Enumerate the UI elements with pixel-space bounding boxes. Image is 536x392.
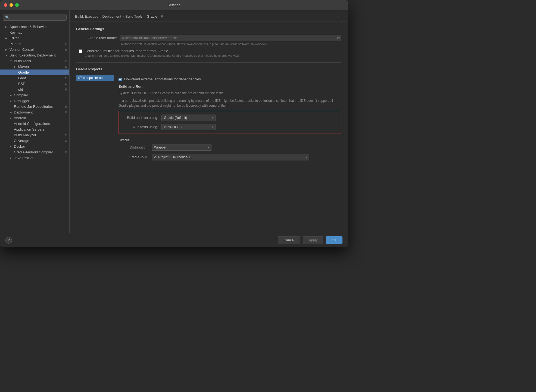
distribution-select[interactable]: Wrapper Local installation [152, 144, 211, 151]
settings-icon: ⊞ [65, 42, 67, 45]
breadcrumb-part-3[interactable]: Gradle [147, 14, 157, 18]
gradle-jvm-select[interactable]: 🗂 Project SDK liberica-11 [152, 154, 309, 160]
sidebar-item-build-tools[interactable]: ▼ Build Tools ⊞ [0, 58, 69, 64]
sidebar-item-label: Android [14, 116, 67, 120]
settings-icon: ⊞ [65, 71, 67, 74]
sidebar-item-label: Build, Execution, Deployment [10, 53, 67, 57]
maximize-button[interactable] [15, 3, 19, 7]
cancel-button[interactable]: Cancel [278, 236, 300, 244]
breadcrumb-sep-1: › [123, 15, 124, 18]
sidebar-item-gant[interactable]: Gant ⊞ [0, 75, 69, 81]
gradle-projects-title: Gradle Projects [76, 67, 341, 71]
window-controls [4, 3, 19, 7]
settings-icon: ⊞ [65, 48, 67, 51]
build-and-run-title: Build and Run [119, 84, 341, 88]
minimize-button[interactable] [10, 3, 13, 7]
breadcrumb: Build, Execution, Deployment › Build Too… [70, 10, 348, 21]
sidebar-item-app-servers[interactable]: Application Servers [0, 127, 69, 132]
sidebar-item-coverage[interactable]: Coverage ⊞ [0, 138, 69, 144]
search-input[interactable] [3, 14, 67, 21]
sidebar-item-maven[interactable]: ▶ Maven ⊞ [0, 64, 69, 69]
folder-button[interactable]: 🗂 [337, 36, 340, 40]
settings-icon: ⊞ [65, 105, 67, 108]
settings-icon: ⊞ [65, 134, 67, 137]
settings-icon: ⊞ [65, 151, 67, 154]
sidebar-item-gradle[interactable]: Gradle ⊞ [0, 69, 69, 75]
sidebar: ▶ Appearance & Behavior Keymap ▶ Editor … [0, 10, 70, 233]
sidebar-item-label: Plugins [10, 42, 64, 46]
sidebar-item-plugins[interactable]: Plugins ⊞ [0, 41, 69, 47]
sidebar-item-keymap[interactable]: Keymap [0, 30, 69, 35]
build-and-run-desc1: By default IntelliJ IDEA uses Gradle to … [119, 91, 341, 96]
nav-back-icon[interactable]: ‹ [338, 14, 340, 18]
sidebar-item-label: Appearance & Behavior [10, 25, 67, 29]
build-using-select[interactable]: Gradle (Default) IntelliJ IDEA [161, 115, 216, 121]
sidebar-item-label: Build Analyzer [14, 133, 64, 137]
grid-icon: ⊞ [161, 15, 163, 18]
sidebar-item-label: Java Profiler [14, 156, 67, 160]
main-layout: ▶ Appearance & Behavior Keymap ▶ Editor … [0, 10, 348, 233]
run-tests-select[interactable]: IntelliJ IDEA Gradle [161, 124, 216, 130]
footer: ? Cancel Apply OK [0, 233, 348, 247]
download-annotations-checkbox[interactable] [119, 78, 122, 81]
arrow-icon: ▶ [10, 100, 13, 102]
breadcrumb-part-2[interactable]: Build Tools [125, 14, 142, 18]
gradle-jvm-label: Gradle JVM: [119, 155, 148, 159]
sidebar-item-android[interactable]: ▶ Android [0, 115, 69, 121]
run-tests-label: Run tests using: [123, 125, 158, 129]
sidebar-item-deployment[interactable]: ▶ Deployment ⊞ [0, 109, 69, 115]
gradle-user-home-wrap: 🗂 Override the default location where Gr… [120, 35, 341, 46]
sidebar-item-sbt[interactable]: sbt ⊞ [0, 87, 69, 92]
build-using-select-wrap: Gradle (Default) IntelliJ IDEA [161, 115, 216, 121]
sidebar-item-remote-jar[interactable]: Remote Jar Repositories ⊞ [0, 104, 69, 109]
generate-iml-checkbox[interactable] [79, 49, 82, 53]
ok-button[interactable]: OK [326, 236, 342, 244]
settings-icon: ⊞ [65, 111, 67, 114]
sidebar-item-android-configs[interactable]: Android Configurations [0, 121, 69, 127]
generate-iml-label: Generate *.iml files for modules importe… [85, 49, 239, 53]
gradle-jvm-select-wrap: 🗂 Project SDK liberica-11 [152, 154, 309, 160]
divider-1 [76, 62, 341, 63]
arrow-icon: ▶ [10, 145, 13, 148]
content-area: Build, Execution, Deployment › Build Too… [70, 10, 348, 233]
help-button[interactable]: ? [5, 237, 12, 244]
sidebar-item-label: Docker [14, 144, 67, 148]
sidebar-item-debugger[interactable]: ▶ Debugger [0, 98, 69, 104]
sidebar-item-appearance[interactable]: ▶ Appearance & Behavior [0, 24, 69, 30]
sidebar-item-label: Deployment [14, 110, 64, 114]
sidebar-item-label: Debugger [14, 99, 67, 103]
sidebar-item-build-analyzer[interactable]: Build Analyzer ⊞ [0, 132, 69, 138]
sidebar-item-version-control[interactable]: ▶ Version Control ⊞ [0, 47, 69, 52]
project-list-item[interactable]: 07-composite-ob [76, 75, 114, 81]
gradle-user-home-input[interactable] [120, 35, 341, 41]
gradle-projects-area: 07-composite-ob Download external annota… [76, 75, 341, 164]
distribution-label: Distribution: [119, 145, 148, 149]
sidebar-item-gradle-android[interactable]: Gradle-Android Compiler ⊞ [0, 149, 69, 155]
sidebar-item-label: sbt [18, 87, 64, 91]
nav-forward-icon[interactable]: › [341, 14, 342, 18]
sidebar-item-label: Gant [18, 76, 64, 80]
sidebar-item-label: Keymap [10, 30, 67, 34]
arrow-icon: ▶ [10, 94, 13, 97]
sidebar-item-label: Build Tools [14, 59, 64, 63]
general-settings-title: General Settings [76, 27, 341, 31]
sidebar-item-java-profiler[interactable]: ▶ Java Profiler [0, 155, 69, 161]
project-list: 07-composite-ob [76, 75, 114, 164]
breadcrumb-part-1[interactable]: Build, Execution, Deployment [75, 14, 121, 18]
arrow-icon: ▶ [10, 117, 13, 119]
sidebar-item-label: Editor [10, 36, 67, 40]
sidebar-item-label: Version Control [10, 48, 64, 52]
sidebar-item-compiler[interactable]: ▶ Compiler [0, 92, 69, 98]
sidebar-item-bsp[interactable]: BSP ⊞ [0, 81, 69, 87]
apply-button[interactable]: Apply [303, 236, 323, 244]
build-using-label: Build and run using: [123, 116, 158, 120]
settings-icon: ⊞ [65, 65, 67, 68]
gradle-user-home-row: Gradle user home: 🗂 Override the default… [76, 35, 341, 46]
breadcrumb-nav: ‹ › [338, 14, 342, 18]
sidebar-item-docker[interactable]: ▶ Docker [0, 144, 69, 149]
sidebar-item-editor[interactable]: ▶ Editor [0, 35, 69, 41]
sidebar-item-build-execution[interactable]: ▼ Build, Execution, Deployment [0, 52, 69, 58]
close-button[interactable] [4, 3, 7, 7]
arrow-icon: ▶ [10, 157, 13, 159]
window-title: Settings [168, 3, 180, 7]
